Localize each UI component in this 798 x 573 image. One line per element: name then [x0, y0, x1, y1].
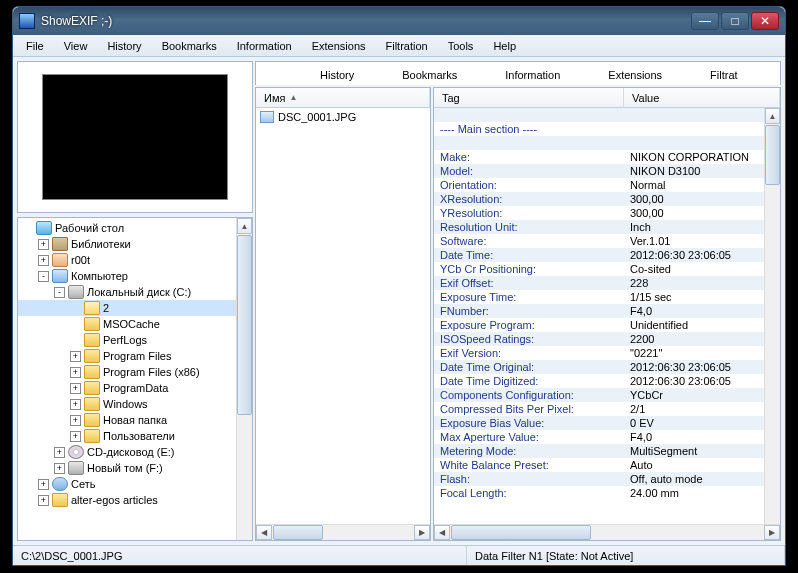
- scroll-left-icon[interactable]: ◀: [434, 525, 450, 540]
- exif-row[interactable]: FNumber:F4,0: [434, 304, 764, 318]
- exif-row[interactable]: Model:NIKON D3100: [434, 164, 764, 178]
- exif-row[interactable]: Compressed Bits Per Pixel:2/1: [434, 402, 764, 416]
- tree-item[interactable]: 2: [18, 300, 236, 316]
- exif-row[interactable]: Exif Offset:228: [434, 276, 764, 290]
- exif-header[interactable]: Tag Value: [434, 88, 780, 108]
- scroll-up-icon[interactable]: ▲: [765, 108, 780, 124]
- exif-row[interactable]: ISOSpeed Ratings:2200: [434, 332, 764, 346]
- tab-history[interactable]: History: [296, 65, 378, 85]
- expand-icon[interactable]: +: [70, 415, 81, 426]
- exif-row[interactable]: XResolution:300,00: [434, 192, 764, 206]
- exif-row[interactable]: YCb Cr Positioning:Co-sited: [434, 262, 764, 276]
- exif-row[interactable]: YResolution:300,00: [434, 206, 764, 220]
- column-name[interactable]: Имя ▲: [256, 88, 430, 107]
- tree-item[interactable]: +alter-egos articles: [18, 492, 236, 508]
- expand-icon[interactable]: +: [38, 239, 49, 250]
- tree-item[interactable]: +Program Files (x86): [18, 364, 236, 380]
- tree-item[interactable]: +Windows: [18, 396, 236, 412]
- expand-icon[interactable]: +: [70, 351, 81, 362]
- expand-icon[interactable]: +: [54, 447, 65, 458]
- expand-icon[interactable]: +: [54, 463, 65, 474]
- exif-vscrollbar[interactable]: ▲: [764, 108, 780, 524]
- exif-row[interactable]: Metering Mode:MultiSegment: [434, 444, 764, 458]
- tree-item[interactable]: +ProgramData: [18, 380, 236, 396]
- column-value[interactable]: Value: [624, 88, 780, 107]
- expand-icon[interactable]: +: [38, 479, 49, 490]
- file-item[interactable]: DSC_0001.JPG: [256, 108, 430, 125]
- close-button[interactable]: ✕: [751, 12, 779, 30]
- expand-icon[interactable]: +: [70, 367, 81, 378]
- tree-item[interactable]: -Локальный диск (C:): [18, 284, 236, 300]
- exif-row[interactable]: Exif Version:"0221": [434, 346, 764, 360]
- expand-icon[interactable]: +: [70, 431, 81, 442]
- menu-filtration[interactable]: Filtration: [377, 37, 437, 55]
- tree-vscrollbar[interactable]: ▲: [236, 218, 252, 540]
- scroll-thumb[interactable]: [273, 525, 323, 540]
- tree-item[interactable]: +r00t: [18, 252, 236, 268]
- exif-row[interactable]: Date Time:2012:06:30 23:06:05: [434, 248, 764, 262]
- exif-row[interactable]: Resolution Unit:Inch: [434, 220, 764, 234]
- tree-item[interactable]: PerfLogs: [18, 332, 236, 348]
- tab-extensions[interactable]: Extensions: [584, 65, 686, 85]
- minimize-button[interactable]: —: [691, 12, 719, 30]
- expand-icon[interactable]: +: [38, 495, 49, 506]
- exif-row[interactable]: [434, 136, 764, 150]
- scroll-left-icon[interactable]: ◀: [256, 525, 272, 540]
- exif-row[interactable]: Make:NIKON CORPORATION: [434, 150, 764, 164]
- exif-row[interactable]: Date Time Digitized:2012:06:30 23:06:05: [434, 374, 764, 388]
- menu-history[interactable]: History: [98, 37, 150, 55]
- exif-row[interactable]: Components Configuration:YCbCr: [434, 388, 764, 402]
- exif-row[interactable]: Software:Ver.1.01: [434, 234, 764, 248]
- scroll-thumb[interactable]: [451, 525, 591, 540]
- tree-item[interactable]: +Program Files: [18, 348, 236, 364]
- scroll-thumb[interactable]: [237, 235, 252, 415]
- tree-item[interactable]: MSOCache: [18, 316, 236, 332]
- tab-information[interactable]: Information: [481, 65, 584, 85]
- tree-item[interactable]: +Библиотеки: [18, 236, 236, 252]
- exif-row[interactable]: [434, 108, 764, 122]
- exif-row[interactable]: Flash:Off, auto mode: [434, 472, 764, 486]
- menu-information[interactable]: Information: [228, 37, 301, 55]
- collapse-icon[interactable]: -: [54, 287, 65, 298]
- exif-row[interactable]: Max Aperture Value:F4,0: [434, 430, 764, 444]
- menu-bookmarks[interactable]: Bookmarks: [153, 37, 226, 55]
- scroll-right-icon[interactable]: ▶: [764, 525, 780, 540]
- filelist-hscrollbar[interactable]: ◀ ▶: [256, 524, 430, 540]
- menu-tools[interactable]: Tools: [439, 37, 483, 55]
- exif-row[interactable]: Focal Length:24.00 mm: [434, 486, 764, 500]
- exif-row[interactable]: Date Time Original:2012:06:30 23:06:05: [434, 360, 764, 374]
- folder-tree[interactable]: Рабочий стол+Библиотеки+r00t-Компьютер-Л…: [17, 217, 253, 541]
- tree-item[interactable]: +Сеть: [18, 476, 236, 492]
- exif-row[interactable]: Exposure Time:1/15 sec: [434, 290, 764, 304]
- exif-row[interactable]: Orientation:Normal: [434, 178, 764, 192]
- exif-row[interactable]: White Balance Preset:Auto: [434, 458, 764, 472]
- tree-item[interactable]: -Компьютер: [18, 268, 236, 284]
- scroll-up-icon[interactable]: ▲: [237, 218, 252, 234]
- exif-row[interactable]: ---- Main section ----: [434, 122, 764, 136]
- exif-row[interactable]: Exposure Program:Unidentified: [434, 318, 764, 332]
- tree-item[interactable]: +CD-дисковод (E:): [18, 444, 236, 460]
- menu-extensions[interactable]: Extensions: [303, 37, 375, 55]
- expand-icon[interactable]: +: [38, 255, 49, 266]
- scroll-thumb[interactable]: [765, 125, 780, 185]
- scroll-right-icon[interactable]: ▶: [414, 525, 430, 540]
- collapse-icon[interactable]: -: [38, 271, 49, 282]
- menu-file[interactable]: File: [17, 37, 53, 55]
- exif-body[interactable]: ---- Main section ----Make:NIKON CORPORA…: [434, 108, 780, 524]
- column-tag[interactable]: Tag: [434, 88, 624, 107]
- tab-bookmarks[interactable]: Bookmarks: [378, 65, 481, 85]
- maximize-button[interactable]: □: [721, 12, 749, 30]
- menu-help[interactable]: Help: [484, 37, 525, 55]
- filelist-body[interactable]: DSC_0001.JPG: [256, 108, 430, 524]
- filelist-header[interactable]: Имя ▲: [256, 88, 430, 108]
- tree-item[interactable]: +Пользователи: [18, 428, 236, 444]
- expand-icon[interactable]: +: [70, 399, 81, 410]
- tree-item[interactable]: +Новый том (F:): [18, 460, 236, 476]
- exif-row[interactable]: Exposure Bias Value:0 EV: [434, 416, 764, 430]
- exif-hscrollbar[interactable]: ◀ ▶: [434, 524, 780, 540]
- expand-icon[interactable]: +: [70, 383, 81, 394]
- titlebar[interactable]: ShowEXIF ;-) — □ ✕: [13, 7, 785, 35]
- tab-filtration[interactable]: Filtrat: [686, 65, 762, 85]
- tree-item[interactable]: Рабочий стол: [18, 220, 236, 236]
- tree-item[interactable]: +Новая папка: [18, 412, 236, 428]
